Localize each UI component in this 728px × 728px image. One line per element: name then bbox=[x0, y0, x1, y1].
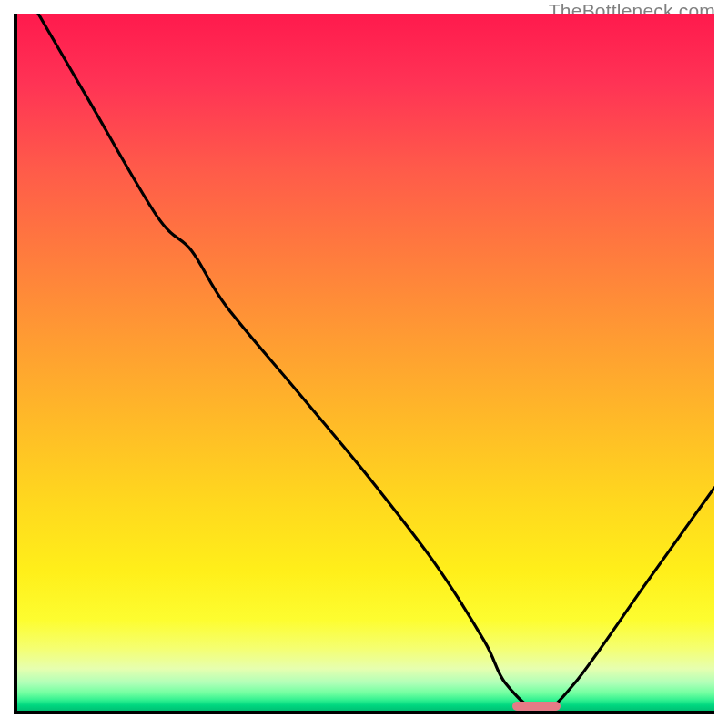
plot-area bbox=[14, 14, 714, 714]
optimal-region-marker bbox=[512, 702, 561, 711]
bottleneck-curve-svg bbox=[17, 14, 714, 711]
chart-container: TheBottleneck.com bbox=[0, 0, 728, 728]
bottleneck-curve-path bbox=[38, 14, 714, 711]
